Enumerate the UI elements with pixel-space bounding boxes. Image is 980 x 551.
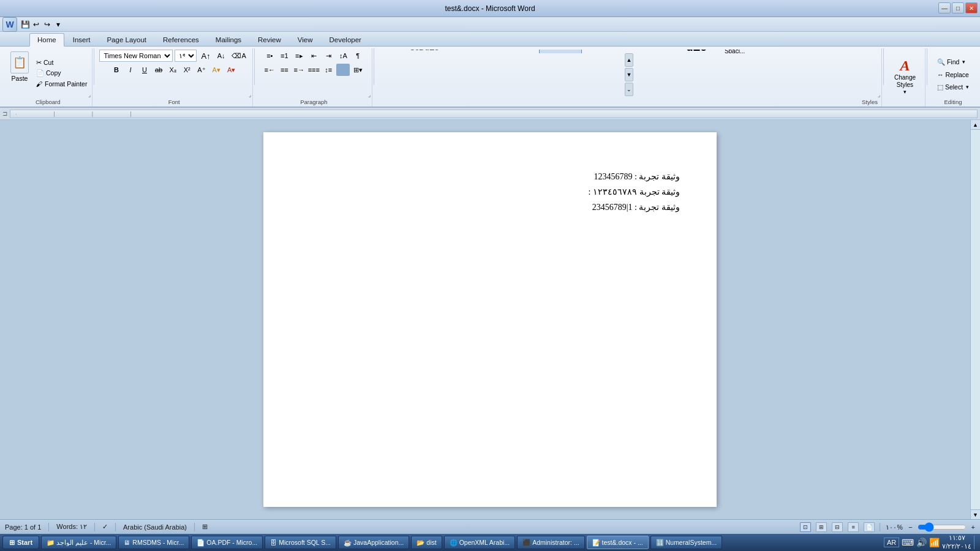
paste-button[interactable]: 📋 Paste xyxy=(6,50,33,96)
style-intense-e[interactable]: CcDdEe Intense E... xyxy=(811,50,854,53)
tab-mailings[interactable]: Mailings xyxy=(208,32,249,46)
line-spacing-button[interactable]: ↕≡ xyxy=(322,64,335,76)
taskbar-item-8[interactable]: 📝 test&.docx - ... xyxy=(587,536,649,549)
zoom-increase[interactable]: + xyxy=(971,523,975,531)
taskbar-item-0[interactable]: 📁 عليم الواجد - Micr... xyxy=(41,536,116,549)
style-normal[interactable]: CcDdEe ¶ Normal xyxy=(539,50,582,53)
volume-icon[interactable]: 🔊 xyxy=(916,538,927,547)
style-heading2[interactable]: :cDdEe Heading 2 xyxy=(494,50,537,53)
format-painter-button[interactable]: 🖌 Format Painter xyxy=(34,79,89,89)
network-icon[interactable]: 📶 xyxy=(929,538,940,547)
font-expand-button[interactable]: ⌟ xyxy=(249,92,251,98)
quick-undo-button[interactable]: ↩ xyxy=(31,19,42,30)
taskbar-item-2[interactable]: 📄 OA.PDF - Micro... xyxy=(191,536,263,549)
web-layout-view[interactable]: ⊟ xyxy=(832,522,843,532)
multilevel-button[interactable]: ≡▸ xyxy=(292,50,306,62)
change-styles-dropdown[interactable]: ▾ xyxy=(903,89,907,95)
select-button[interactable]: ⬚ Select ▾ xyxy=(934,81,972,92)
language-status[interactable]: Arabic (Saudi Arabia) xyxy=(123,523,187,531)
taskbar-item-6[interactable]: 🌐 OpenXML Arabi... xyxy=(444,536,516,549)
paragraph-expand-button[interactable]: ⌟ xyxy=(368,92,371,98)
style-no-spacing[interactable]: ¶ No Spaci... No Spaci... xyxy=(720,50,763,53)
ruler-icon[interactable]: ⊐ xyxy=(2,110,7,117)
clipboard-expand-button[interactable]: ⌟ xyxy=(88,92,91,98)
document-area[interactable]: ▲ ▼ وثيقة تجربة : 123456789 وثيقة تجربة … xyxy=(0,120,980,519)
zoom-decrease[interactable]: − xyxy=(908,523,912,531)
tab-review[interactable]: Review xyxy=(250,32,289,46)
tab-references[interactable]: References xyxy=(155,32,207,46)
keyboard-icon[interactable]: ⌨ xyxy=(902,538,914,547)
sort-button[interactable]: ↕A xyxy=(336,50,350,62)
find-button[interactable]: 🔍 Find ▾ xyxy=(934,56,972,68)
quick-save-button[interactable]: 💾 xyxy=(20,19,31,30)
tab-developer[interactable]: Developer xyxy=(321,32,369,46)
maximize-button[interactable]: □ xyxy=(952,2,964,13)
change-styles-button[interactable]: A ChangeStyles ▾ xyxy=(889,54,921,98)
copy-button[interactable]: 📄 Copy xyxy=(34,68,89,78)
align-center-button[interactable]: ≡≡ xyxy=(277,64,291,76)
font-size-select[interactable]: ١٩ 12 xyxy=(175,50,197,62)
minimize-button[interactable]: — xyxy=(938,2,951,13)
close-button[interactable]: ✕ xyxy=(965,2,978,13)
bullets-button[interactable]: ≡• xyxy=(263,50,276,62)
start-button[interactable]: ⊞ Start xyxy=(2,536,39,549)
quick-redo-button[interactable]: ↪ xyxy=(42,19,53,30)
subscript-button[interactable]: X₂ xyxy=(167,64,179,76)
align-right-button[interactable]: ≡→ xyxy=(292,64,306,76)
align-left-button[interactable]: ≡← xyxy=(263,64,276,76)
styles-expand-btn[interactable]: ⌄ xyxy=(625,83,633,96)
superscript-button[interactable]: X² xyxy=(181,64,193,76)
borders-button[interactable]: ⊞▾ xyxy=(351,64,364,76)
shading-button[interactable] xyxy=(336,64,350,76)
increase-indent-button[interactable]: ⇥ xyxy=(322,50,335,62)
font-name-select[interactable]: Times New Roman xyxy=(99,50,173,62)
tab-insert[interactable]: Insert xyxy=(65,32,99,46)
quick-more-button[interactable]: ▾ xyxy=(53,19,64,30)
style-emphasis[interactable]: CcDdEe Emphasis xyxy=(403,50,446,53)
replace-button[interactable]: ↔ Replace xyxy=(934,69,972,80)
strikethrough-button[interactable]: ab xyxy=(153,64,165,76)
show-desktop-button[interactable] xyxy=(974,536,978,549)
style-subtitle[interactable]: CcDdEe Subtitle xyxy=(630,50,673,53)
font-color-button[interactable]: A▾ xyxy=(225,64,238,76)
outline-view[interactable]: ≡ xyxy=(848,522,859,532)
styles-scroll-down[interactable]: ▼ xyxy=(625,68,633,81)
cut-button[interactable]: ✂ Cut xyxy=(34,58,89,67)
scroll-up-button[interactable]: ▲ xyxy=(971,120,980,130)
language-indicator[interactable]: AR xyxy=(884,538,899,547)
taskbar-item-4[interactable]: ☕ JavaApplication... xyxy=(338,536,409,549)
styles-scroll-up[interactable]: ▲ xyxy=(625,53,633,67)
text-effects-button[interactable]: A⁺ xyxy=(195,64,208,76)
underline-button[interactable]: U xyxy=(138,64,151,76)
style-strong[interactable]: CcDdEe Strong xyxy=(584,50,627,53)
document-content[interactable]: وثيقة تجربة : 123456789 وثيقة تجربة ١٢٣٤… xyxy=(300,169,680,216)
tab-view[interactable]: View xyxy=(290,32,321,46)
taskbar-item-9[interactable]: 🔢 NumeralSystem... xyxy=(650,536,722,549)
grow-font-button[interactable]: A↑ xyxy=(198,50,213,62)
print-layout-view[interactable]: ⊡ xyxy=(800,522,811,532)
taskbar-item-5[interactable]: 📂 dist xyxy=(411,536,442,549)
style-subtle-em[interactable]: CcDdEe Subtle Em... xyxy=(766,50,809,53)
justify-button[interactable]: ≡≡≡ xyxy=(307,64,320,76)
scroll-down-button[interactable]: ▼ xyxy=(971,509,980,519)
system-clock[interactable]: ١١:٥٧ ٧/٢٢/٢٠١٤ xyxy=(942,534,971,550)
shrink-font-button[interactable]: A↓ xyxy=(215,50,228,62)
italic-button[interactable]: I xyxy=(124,64,137,76)
tab-page-layout[interactable]: Page Layout xyxy=(99,32,154,46)
numbering-button[interactable]: ≡1 xyxy=(277,50,291,62)
show-marks-button[interactable]: ¶ xyxy=(351,50,364,62)
style-title[interactable]: dEe Title xyxy=(675,50,718,53)
highlight-button[interactable]: A▾ xyxy=(210,64,223,76)
styles-expand-button[interactable]: ⌟ xyxy=(878,92,880,98)
zoom-slider[interactable] xyxy=(918,523,967,531)
taskbar-item-1[interactable]: 🖥 RMSDMS - Micr... xyxy=(118,536,189,549)
clear-format-button[interactable]: ⌫A xyxy=(229,50,248,62)
style-heading1[interactable]: cDdEe Heading 1 xyxy=(448,50,491,53)
bold-button[interactable]: B xyxy=(110,64,123,76)
full-screen-view[interactable]: ⊞ xyxy=(816,522,827,532)
draft-view[interactable]: 📄 xyxy=(864,522,875,532)
tab-home[interactable]: Home xyxy=(29,33,64,47)
taskbar-item-7[interactable]: ⬛ Administrator: ... xyxy=(517,536,584,549)
decrease-indent-button[interactable]: ⇤ xyxy=(307,50,320,62)
taskbar-item-3[interactable]: 🗄 Microsoft SQL S... xyxy=(265,536,336,549)
